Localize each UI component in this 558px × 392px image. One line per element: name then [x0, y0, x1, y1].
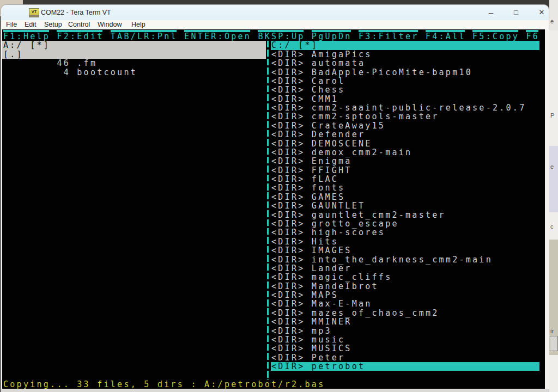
terminal-screen[interactable]: F1:Help F2:Edit TAB/LR:Pnl ENTER:Open BK…: [2, 29, 545, 389]
dir-entry[interactable]: <DIR> fLAC: [271, 175, 338, 183]
dir-entry[interactable]: <DIR> Chess: [271, 85, 345, 94]
dir-entry[interactable]: <DIR> CrateAway15: [271, 121, 385, 130]
dir-label: <DIR>: [271, 156, 305, 166]
dir-entry[interactable]: <DIR> mazes_of_chaos_cmm2: [271, 309, 439, 317]
minimize-button[interactable]: –: [478, 5, 504, 20]
dir-entry[interactable]: <DIR> BadApple-PicoMite-bapm10: [271, 68, 472, 77]
left-pane-cursor-entry[interactable]: [.]: [3, 50, 23, 59]
dir-entry[interactable]: <DIR> MMINER: [271, 317, 352, 326]
dir-name: high-scores: [312, 228, 385, 237]
dir-entry[interactable]: <DIR> MUSICS: [271, 344, 352, 353]
close-button[interactable]: ✕: [529, 5, 554, 20]
dir-entry[interactable]: <DIR> gauntlet_cmm2-master: [271, 211, 446, 219]
dir-name: grotto_escape: [312, 219, 399, 229]
dir-label: <DIR>: [271, 76, 305, 86]
menu-item-window[interactable]: Window: [98, 21, 122, 28]
dir-label: <DIR>: [271, 290, 305, 300]
dir-entry[interactable]: <DIR> AmigaPics: [271, 50, 372, 59]
background-band: [549, 146, 558, 212]
dir-label: <DIR>: [271, 246, 305, 255]
dir-entry[interactable]: <DIR> Hits: [271, 237, 338, 246]
dir-entry[interactable]: <DIR> CMM1: [271, 95, 338, 103]
menu-item-setup[interactable]: Setup: [44, 21, 62, 28]
dir-name: IMAGES: [312, 246, 352, 255]
dir-label: <DIR>: [271, 192, 305, 202]
window-bottom-frame: [1, 389, 549, 392]
dir-label: <DIR>: [271, 299, 305, 309]
dir-label: <DIR>: [271, 264, 305, 273]
dir-entry[interactable]: <DIR> grotto_escape: [271, 219, 399, 228]
menu-item-control[interactable]: Control: [68, 21, 90, 28]
dir-name: demox_cmm2-main: [312, 148, 413, 157]
dir-label: <DIR>: [271, 166, 305, 175]
dir-entry[interactable]: <DIR> Defender: [271, 130, 365, 139]
dir-entry[interactable]: <DIR> automata: [271, 59, 365, 68]
dir-entry[interactable]: <DIR> MAPS: [271, 291, 338, 299]
dir-name: Lander: [312, 264, 352, 273]
dir-entry[interactable]: <DIR> demox_cmm2-main: [271, 148, 412, 157]
dir-label: <DIR>: [271, 272, 305, 282]
dir-name: CMM1: [312, 94, 338, 104]
dir-entry[interactable]: <DIR> IMAGES: [271, 246, 352, 255]
file-size: 46: [3, 59, 70, 68]
dir-entry[interactable]: <DIR> petrobot: [271, 362, 365, 371]
dir-name: Hits: [312, 237, 338, 247]
dir-label: <DIR>: [271, 130, 305, 139]
dir-name: MandeIbrot: [312, 281, 379, 291]
dir-name: automata: [312, 58, 365, 68]
dir-name: Carol: [312, 76, 345, 86]
background-window-sliver: ePecir: [549, 0, 558, 392]
dir-label: <DIR>: [271, 344, 305, 353]
dir-entry[interactable]: <DIR> GAMES: [271, 193, 345, 201]
dir-name: GAMES: [312, 192, 345, 202]
dir-entry[interactable]: <DIR> Enigma: [271, 157, 352, 166]
right-pane-header: C:/ [*]: [271, 41, 318, 50]
dir-entry[interactable]: <DIR> high-scores: [271, 228, 385, 237]
dir-label: <DIR>: [271, 58, 305, 68]
background-text-fragment: P: [550, 112, 554, 119]
dir-entry[interactable]: <DIR> mp3: [271, 327, 332, 335]
dir-entry[interactable]: <DIR> Max-E-Man: [271, 299, 372, 308]
dir-label: <DIR>: [271, 183, 305, 193]
file-size: 4: [3, 68, 70, 77]
dir-entry[interactable]: <DIR> GAUNTLET: [271, 201, 365, 210]
dir-label: <DIR>: [271, 68, 305, 77]
dir-label: <DIR>: [271, 148, 305, 157]
dir-name: mazes_of_chaos_cmm2: [312, 308, 439, 318]
dir-label: <DIR>: [271, 326, 305, 336]
dir-label: <DIR>: [271, 317, 305, 327]
dir-entry[interactable]: <DIR> MandeIbrot: [271, 282, 379, 291]
menu-item-help[interactable]: Help: [131, 21, 145, 28]
dir-name: Peter: [312, 353, 345, 363]
dir-label: <DIR>: [271, 228, 305, 237]
dir-entry[interactable]: <DIR> Lander: [271, 264, 352, 273]
dir-entry[interactable]: <DIR> Peter: [271, 353, 345, 362]
file-entry[interactable]: 46 .fm: [3, 59, 97, 68]
dir-label: <DIR>: [271, 210, 305, 220]
dir-label: <DIR>: [271, 85, 305, 95]
file-name: bootcount: [77, 68, 137, 77]
dir-entry[interactable]: <DIR> music: [271, 335, 345, 344]
dir-entry[interactable]: <DIR> fonts: [271, 183, 345, 192]
dir-entry[interactable]: <DIR> cmm2-saaint-public-release-2.0.7: [271, 103, 526, 112]
highlight-bar: [2, 50, 266, 59]
maximize-button[interactable]: □: [504, 5, 529, 20]
scrollbar[interactable]: [545, 29, 549, 389]
file-list-row[interactable]: <DIR> petrobot: [2, 362, 545, 371]
dir-name: Max-E-Man: [312, 299, 372, 309]
menu-item-edit[interactable]: Edit: [25, 21, 37, 28]
dir-entry[interactable]: <DIR> magic_cliffs: [271, 273, 392, 281]
dir-entry[interactable]: <DIR> into_the_darkness_cmm2-main: [271, 255, 493, 264]
dir-label: <DIR>: [271, 255, 305, 265]
file-entry[interactable]: 4 bootcount: [3, 68, 137, 77]
title-bar[interactable]: VT COM22 - Tera Term VT – □ ✕: [1, 5, 549, 20]
dir-entry[interactable]: <DIR> DEMOSCENE: [271, 139, 372, 148]
dir-label: <DIR>: [271, 50, 305, 59]
tera-term-window: VT COM22 - Tera Term VT – □ ✕ FileEditSe…: [1, 4, 549, 392]
dir-entry[interactable]: <DIR> cmm2-sptools-master: [271, 112, 439, 121]
dir-label: <DIR>: [271, 237, 305, 247]
dir-entry[interactable]: <DIR> FFIGHT: [271, 166, 352, 175]
menu-item-file[interactable]: File: [6, 21, 17, 28]
dir-label: <DIR>: [271, 353, 305, 363]
dir-entry[interactable]: <DIR> Carol: [271, 77, 345, 85]
